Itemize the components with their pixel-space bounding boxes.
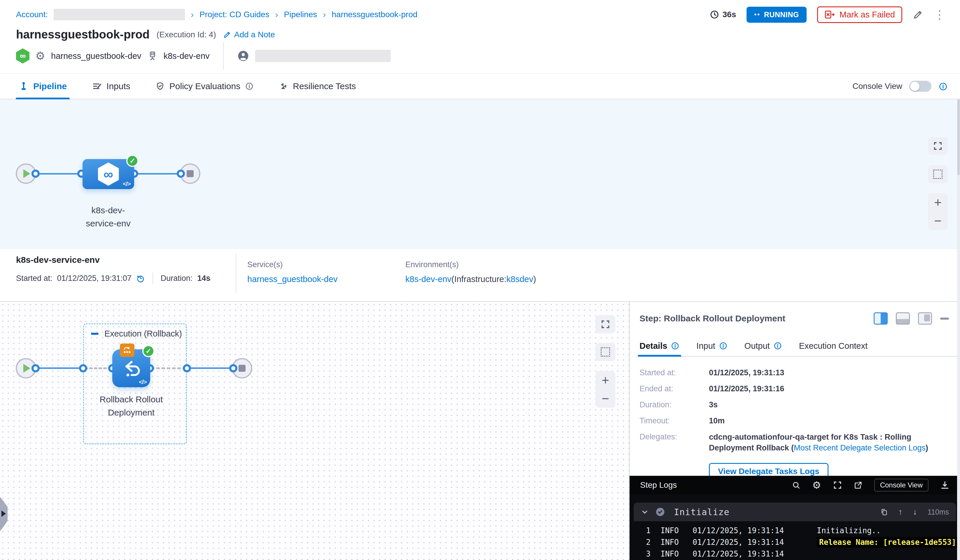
execution-tab-bar: Pipeline Inputs Policy Evaluations Resil… [0, 73, 960, 99]
success-check-icon: ✓ [126, 155, 139, 167]
service-name: harness_guestbook-dev [51, 51, 141, 61]
scroll-up-icon[interactable]: ↑ [898, 507, 902, 517]
tab-resilience-label: Resilience Tests [293, 81, 356, 91]
step-logs-title: Step Logs [640, 480, 677, 490]
code-icon: </> [123, 180, 131, 187]
layout-floating-panel-icon[interactable] [918, 312, 932, 325]
connector-port [183, 364, 191, 372]
zoom-out-button[interactable]: − [595, 389, 615, 408]
connector-port [177, 169, 185, 178]
inputs-icon [92, 81, 102, 91]
chevron-right-icon: › [191, 10, 194, 19]
info-icon[interactable] [773, 341, 782, 350]
scrollbar-thumb[interactable] [957, 99, 960, 175]
expand-logs-icon[interactable] [833, 480, 842, 490]
more-options-button[interactable]: ⋮ [934, 10, 946, 19]
console-view-button[interactable]: Console View [874, 479, 928, 491]
status-label: RUNNING [764, 11, 799, 19]
edge-line [187, 367, 234, 369]
canvas-fullscreen-button[interactable] [595, 315, 615, 333]
console-view-control: Console View [853, 81, 947, 92]
tab-input[interactable]: Input [696, 336, 728, 356]
user-avatar-icon [237, 50, 249, 62]
infrastructure-link[interactable]: k8sdev [507, 274, 533, 284]
stage-details-strip: k8s-dev-service-env Started at: 01/12/20… [0, 249, 960, 302]
breadcrumb-project[interactable]: Project: CD Guides [200, 10, 269, 19]
step-details-table: Started at: 01/12/2025, 19:31:13 Ended a… [640, 368, 948, 480]
step-node-rollback-rollout-deployment[interactable]: ✓ </> [112, 349, 150, 387]
settings-gear-icon[interactable]: ⚙ [812, 479, 821, 491]
step-logs-panel: Step Logs ⚙ Console View Initialize [630, 476, 960, 560]
info-icon[interactable] [938, 82, 947, 91]
info-icon[interactable] [719, 341, 728, 350]
success-check-icon: ✓ [142, 345, 155, 357]
pencil-icon [223, 30, 231, 39]
open-external-icon[interactable] [854, 481, 862, 490]
layout-right-panel-icon[interactable] [874, 312, 888, 325]
stage-execution-canvas[interactable]: Execution (Rollback) ✓ </> Rollback R [0, 302, 629, 560]
running-dots-icon: •• [754, 11, 760, 18]
canvas-fullscreen-button[interactable] [928, 137, 948, 155]
stage-node-k8s-dev-service-env[interactable]: ∞ ✓ </> [83, 159, 134, 189]
page-scrollbar[interactable] [957, 99, 960, 560]
environment-link[interactable]: k8s-dev-env [405, 274, 451, 284]
infrastructure-suffix: ) [533, 274, 536, 284]
tab-execution-context[interactable]: Execution Context [799, 336, 867, 356]
breadcrumb-current[interactable]: harnessguestbook-prod [331, 10, 417, 19]
console-view-toggle[interactable] [909, 81, 931, 92]
edge-dashed-line [151, 367, 186, 369]
zoom-in-button[interactable]: + [928, 193, 948, 212]
service-link[interactable]: harness_guestbook-dev [247, 274, 338, 284]
copy-icon[interactable] [880, 508, 888, 516]
status-badge[interactable]: •• RUNNING [747, 7, 806, 23]
scroll-down-icon[interactable]: ↓ [913, 507, 917, 517]
log-line: 3 INFO 01/12/2025, 19:31:14 [640, 548, 955, 560]
pipeline-canvas[interactable]: ∞ ✓ </> k8s-dev- service-env + − [0, 99, 960, 249]
delegate-selection-logs-link[interactable]: Most Recent Delegate Selection Logs [794, 444, 926, 452]
zoom-in-button[interactable]: + [595, 371, 615, 389]
environment-name: k8s-dev-env [163, 51, 210, 61]
tab-output[interactable]: Output [744, 336, 782, 356]
collapse-minus-icon [91, 333, 99, 335]
search-icon[interactable] [792, 481, 800, 490]
edit-pipeline-button[interactable] [913, 9, 923, 20]
tab-pipeline[interactable]: Pipeline [19, 74, 67, 99]
tab-policy-label: Policy Evaluations [170, 81, 240, 91]
zoom-out-button[interactable]: − [928, 212, 948, 230]
canvas-select-button[interactable] [595, 343, 615, 361]
step-logs-toolbar: Step Logs ⚙ Console View [630, 476, 960, 495]
elapsed-value: 36s [723, 10, 736, 19]
info-icon[interactable] [671, 341, 680, 350]
environments-column: Environment(s) k8s-dev-env(Infrastructur… [405, 260, 536, 284]
environments-label: Environment(s) [405, 260, 536, 269]
minimize-panel-button[interactable] [940, 317, 949, 320]
edge-dashed-line [85, 367, 111, 369]
log-line: 1 INFO 01/12/2025, 19:31:14 Initializing… [640, 525, 955, 536]
tab-details[interactable]: Details [640, 336, 680, 356]
log-group-initialize[interactable]: Initialize ↑ ↓ 110ms [634, 503, 956, 521]
tab-policy-evaluations[interactable]: Policy Evaluations [155, 74, 254, 99]
started-label: Started at: [16, 274, 53, 283]
chevron-right-icon: › [323, 10, 326, 19]
chevron-right-icon: › [275, 10, 278, 19]
tab-resilience-tests[interactable]: Resilience Tests [279, 74, 356, 99]
history-replay-icon[interactable] [136, 274, 145, 282]
environment-icon [147, 51, 158, 61]
download-logs-icon[interactable] [940, 480, 949, 490]
add-note-button[interactable]: Add a Note [223, 30, 275, 39]
divider [152, 273, 153, 284]
pipeline-icon [19, 81, 29, 91]
mark-as-failed-button[interactable]: Mark as Failed [817, 6, 902, 23]
expand-left-panel-handle[interactable] [0, 497, 8, 531]
tab-inputs[interactable]: Inputs [92, 74, 130, 99]
breadcrumb-pipelines[interactable]: Pipelines [284, 10, 317, 19]
canvas-select-button[interactable] [928, 165, 948, 183]
service-gear-icon: ⚙ [35, 49, 45, 62]
layout-bottom-panel-icon[interactable] [896, 312, 910, 325]
detail-row-started: Started at: 01/12/2025, 19:31:13 [640, 368, 948, 378]
redacted-account-name [54, 9, 185, 21]
breadcrumb-links: Account: › Project: CD Guides › Pipeline… [16, 9, 417, 21]
group-collapse-control[interactable]: Execution (Rollback) [91, 329, 182, 338]
info-icon[interactable] [245, 82, 254, 91]
breadcrumb-account[interactable]: Account: [16, 10, 48, 19]
